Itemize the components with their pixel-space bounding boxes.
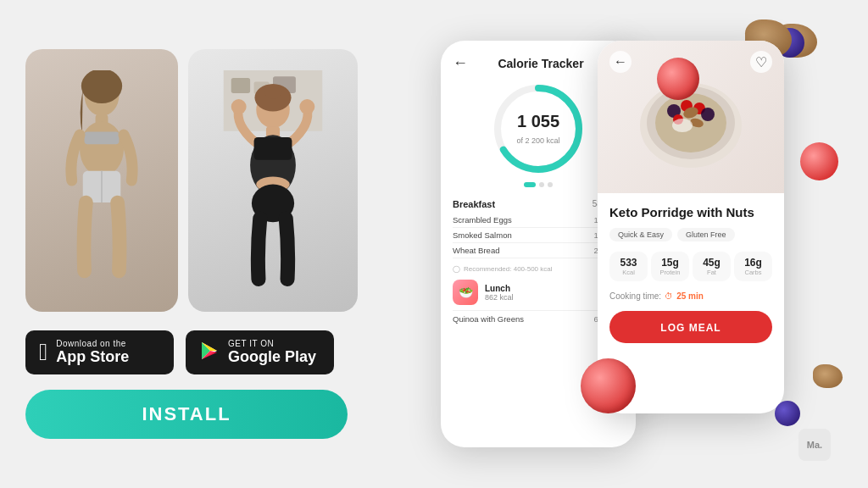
app-store-bottom-label: App Store (56, 348, 129, 367)
watermark: Ma. (798, 429, 831, 461)
watermark-text: Ma. (807, 440, 822, 450)
fitness-photo-1 (25, 49, 178, 312)
calorie-tracker-title: Calorie Tracker (498, 57, 583, 70)
smoked-salmon-label: Smoked Salmon (453, 230, 512, 240)
svg-point-3 (80, 121, 124, 176)
svg-rect-8 (231, 78, 250, 93)
calorie-sub: of 2 200 kcal (516, 136, 559, 145)
calorie-ring-text: 1 055 of 2 200 kcal (516, 112, 559, 147)
lunch-icon: 🥗 (453, 280, 478, 305)
app-store-top-label: Download on the (56, 339, 129, 348)
raspberry-decoration-1 (657, 58, 699, 100)
svg-rect-18 (254, 137, 292, 160)
fat-value: 45g (696, 257, 727, 269)
walnut-decoration-3 (813, 364, 843, 388)
google-play-text: GET IT ON Google Play (228, 339, 316, 367)
svg-point-29 (701, 108, 715, 121)
apple-icon:  (39, 341, 47, 364)
app-store-text: Download on the App Store (56, 339, 129, 367)
raspberry-decoration-3 (800, 142, 838, 180)
breakfast-label: Breakfast (453, 199, 495, 209)
svg-point-14 (231, 99, 247, 114)
recipe-tag-1: Gluten Free (677, 228, 735, 241)
pagination-dots (524, 182, 553, 187)
quinoa-label: Quinoa with Greens (453, 314, 524, 324)
app-store-button[interactable]:  Download on the App Store (25, 330, 174, 375)
install-button[interactable]: INSTALL (25, 390, 348, 439)
install-label: INSTALL (142, 403, 231, 424)
kcal-value: 533 (613, 257, 644, 269)
recipe-title: Keto Porridge with Nuts (609, 205, 772, 219)
calorie-number: 1 055 (516, 112, 559, 131)
wheat-bread-label: Wheat Bread (453, 246, 499, 255)
protein-value: 15g (654, 257, 686, 269)
recipe-stat-protein: 15g Protein (651, 252, 689, 281)
dot-1 (539, 182, 544, 187)
raspberry-decoration-2 (581, 358, 636, 413)
google-play-top-label: GET IT ON (228, 339, 316, 348)
log-meal-label: LOG MEAL (660, 322, 721, 334)
google-play-button[interactable]: GET IT ON Google Play (186, 330, 334, 375)
scrambled-eggs-label: Scrambled Eggs (453, 215, 512, 225)
recipe-tags: Quick & Easy Gluten Free (609, 228, 772, 241)
left-section:  Download on the App Store G (25, 49, 415, 440)
fitness-photo-2 (188, 49, 358, 312)
recipe-stats: 533 Kcal 15g Protein 45g Fat 16g Carbs (609, 252, 772, 281)
back-arrow-icon[interactable]: ← (453, 54, 468, 72)
recipe-stat-kcal: 533 Kcal (609, 252, 648, 281)
dot-active (524, 182, 536, 187)
right-section: ← Calorie Tracker ⚲ 1 055 of 2 200 kcal (441, 15, 843, 473)
svg-point-15 (299, 99, 314, 114)
recommended-text: Recommended: 400-500 kcal (464, 265, 553, 273)
recipe-tag-0: Quick & Easy (609, 228, 672, 241)
svg-point-1 (81, 70, 122, 103)
carbs-value: 16g (737, 257, 769, 269)
cooking-time-value: 25 min (676, 291, 704, 301)
dot-2 (548, 182, 553, 187)
recipe-phone: ← ♡ (598, 41, 784, 413)
fat-unit: Fat (696, 269, 727, 276)
calorie-ring: 1 055 of 2 200 kcal (492, 82, 585, 175)
svg-rect-4 (85, 131, 120, 144)
person-silhouette-1 (51, 70, 153, 291)
cooking-time: Cooking time: ⏱ 25 min (609, 291, 772, 301)
person-silhouette-2 (218, 70, 328, 291)
recipe-content: Keto Porridge with Nuts Quick & Easy Glu… (598, 193, 784, 355)
recipe-stat-carbs: 16g Carbs (734, 252, 772, 281)
main-container:  Download on the App Store G (0, 0, 868, 488)
protein-unit: Protein (654, 269, 686, 276)
photos-row (25, 49, 358, 312)
google-play-icon (199, 341, 220, 365)
recipe-stat-fat: 45g Fat (693, 252, 731, 281)
google-play-bottom-label: Google Play (228, 348, 316, 367)
store-buttons:  Download on the App Store G (25, 330, 334, 375)
log-meal-button[interactable]: LOG MEAL (609, 311, 772, 343)
carbs-unit: Carbs (737, 269, 769, 276)
svg-point-13 (264, 84, 282, 99)
svg-point-33 (672, 119, 693, 132)
blueberry-decoration-2 (775, 401, 800, 426)
kcal-unit: Kcal (613, 269, 644, 276)
cooking-time-label: Cooking time: (609, 291, 661, 301)
